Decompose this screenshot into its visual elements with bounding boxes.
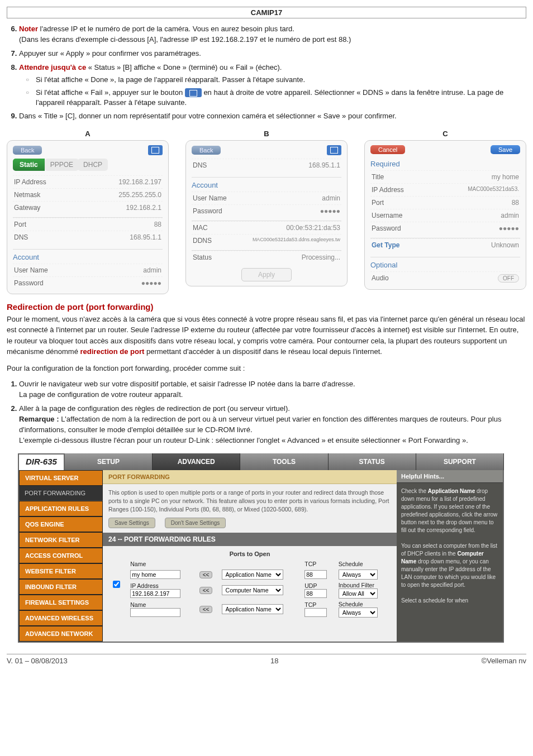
section-title: PORT FORWARDING — [103, 470, 397, 484]
pf-title: Redirection de port (port forwarding) — [7, 302, 526, 312]
schedule-select[interactable]: Always — [339, 570, 378, 580]
tab-support[interactable]: SUPPORT — [416, 453, 504, 470]
sidebar-item-qos[interactable]: QOS ENGINE — [19, 516, 103, 532]
rules-header: 24 -- PORT FORWARDING RULES — [103, 533, 397, 546]
save-button[interactable]: Save — [491, 145, 520, 154]
cancel-button[interactable]: Cancel — [370, 145, 405, 154]
app-select[interactable]: Application Name — [222, 604, 283, 614]
app-select[interactable]: Application Name — [222, 570, 283, 580]
dlink-screenshot: DIR-635 SETUP ADVANCED TOOLS STATUS SUPP… — [18, 453, 504, 643]
main-content: PORT FORWARDING This option is used to o… — [103, 470, 397, 642]
pf-paragraph: Pour le moment, vous n'avez accès à la c… — [7, 314, 526, 357]
back-button[interactable]: Back — [192, 146, 221, 155]
step8-bullet2: Si l'état affiche « Fail », appuyer sur … — [26, 88, 526, 108]
sidebar-item-inbound-filter[interactable]: INBOUND FILTER — [19, 579, 103, 595]
sidebar-item-website-filter[interactable]: WEBSITE FILTER — [19, 563, 103, 579]
pf-lead: Pour la configuration de la fonction por… — [7, 363, 526, 374]
ip-input[interactable] — [130, 589, 180, 598]
pf-step1: Ouvrir le navigateur web sur votre dispo… — [19, 379, 526, 400]
schedule-select[interactable]: Always — [339, 607, 378, 618]
tcp-input[interactable] — [304, 608, 327, 617]
pf-step2: Aller à la page de configuration des règ… — [19, 404, 526, 446]
copy-button[interactable]: << — [199, 606, 213, 613]
sidebar-item-firewall[interactable]: FIREWALL SETTINGS — [19, 595, 103, 610]
sidebar: VIRTUAL SERVER PORT FORWARDING APPLICATI… — [19, 470, 103, 642]
panel-b: Back DNS168.95.1.1 Account User Nameadmi… — [185, 140, 348, 286]
copy-button[interactable]: << — [199, 571, 213, 578]
tab-tools[interactable]: TOOLS — [240, 453, 328, 470]
back-button[interactable]: Back — [13, 146, 42, 155]
menu-icon[interactable] — [327, 145, 341, 155]
filter-select[interactable]: Allow All — [339, 588, 378, 599]
sidebar-item-port-forwarding[interactable]: PORT FORWARDING — [19, 486, 103, 501]
table-row: Name << Application Name TCP Schedule Al… — [108, 600, 391, 619]
table-row: IP Address << Computer Name UDP Inbound … — [108, 581, 391, 600]
udp-input[interactable] — [304, 589, 327, 598]
step-7: Appuyer sur « Apply » pour confirmer vos… — [19, 49, 526, 59]
audio-toggle[interactable]: OFF — [498, 274, 519, 283]
page-header: CAMIP17 — [7, 7, 526, 18]
panel-c-label: C — [364, 130, 526, 138]
sidebar-item-adv-network[interactable]: ADVANCED NETWORK — [19, 626, 103, 642]
tab-static[interactable]: Static — [13, 159, 45, 171]
tab-setup[interactable]: SETUP — [65, 453, 153, 470]
table-row: << Application Name Always — [108, 568, 391, 581]
panel-b-label: B — [185, 130, 348, 138]
help-panel: Helpful Hints... Check the Application N… — [397, 470, 503, 642]
tab-dhcp[interactable]: DHCP — [78, 159, 108, 171]
step-9: Dans « Title » [C], donner un nom représ… — [19, 111, 526, 122]
sidebar-item-virtual-server[interactable]: VIRTUAL SERVER — [19, 470, 103, 486]
step-8: Attendre jusqu'à ce « Status » [B] affic… — [19, 63, 526, 108]
menu-icon[interactable] — [148, 145, 163, 155]
tab-advanced[interactable]: ADVANCED — [153, 453, 240, 470]
apply-button[interactable]: Apply — [241, 268, 292, 281]
panel-c: Cancel Save Required Titlemy home IP Add… — [364, 140, 526, 290]
menu-icon — [185, 88, 202, 97]
tab-status[interactable]: STATUS — [329, 453, 416, 470]
dont-save-button[interactable]: Don't Save Settings — [165, 518, 226, 528]
sidebar-item-application-rules[interactable]: APPLICATION RULES — [19, 501, 103, 516]
save-settings-button[interactable]: Save Settings — [108, 518, 155, 528]
sidebar-item-network-filter[interactable]: NETWORK FILTER — [19, 532, 103, 548]
panels-row: A Back Static PPPOE DHCP IP Address192.1… — [7, 130, 526, 294]
panel-a-label: A — [7, 130, 169, 138]
step-6: Noter l'adresse IP et le numéro de port … — [19, 24, 526, 45]
help-body: Check the Application Name drop down men… — [397, 483, 503, 609]
sidebar-item-access-control[interactable]: ACCESS CONTROL — [19, 548, 103, 563]
tab-pppoe[interactable]: PPPOE — [45, 159, 79, 171]
help-header: Helpful Hints... — [397, 470, 503, 483]
computer-select[interactable]: Computer Name — [222, 585, 283, 595]
sidebar-item-adv-wireless[interactable]: ADVANCED WIRELESS — [19, 610, 103, 626]
name-input[interactable] — [130, 570, 180, 579]
tcp-input[interactable] — [304, 570, 327, 579]
page-footer: V. 01 – 08/08/2013 18 ©Velleman nv — [7, 654, 526, 665]
step8-bullet1: Si l'état affiche « Done », la page de l… — [26, 75, 526, 85]
router-model: DIR-635 — [18, 453, 65, 470]
name-input[interactable] — [130, 608, 180, 617]
row-checkbox[interactable] — [113, 581, 120, 588]
panel-a: Back Static PPPOE DHCP IP Address192.168… — [7, 140, 169, 294]
section-desc: This option is used to open multiple por… — [103, 484, 397, 518]
copy-button[interactable]: << — [199, 587, 213, 594]
